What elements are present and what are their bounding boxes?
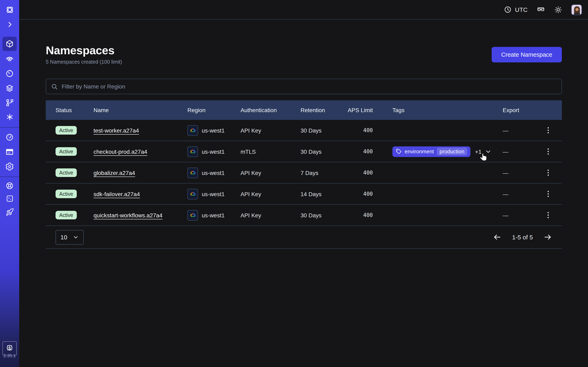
col-header-status[interactable]: Status: [56, 107, 94, 113]
filter-input[interactable]: [62, 83, 557, 90]
aps-limit-cell: 400: [347, 170, 373, 176]
aps-limit-cell: 400: [347, 191, 373, 197]
page-title: Namespaces: [46, 44, 114, 57]
theme-sun-icon[interactable]: [554, 6, 562, 14]
top-bar: UTC: [19, 0, 588, 20]
nexus-asterisk-icon[interactable]: [0, 110, 19, 124]
authentication-cell: API Key: [241, 212, 301, 218]
region-label: us-west1: [202, 148, 225, 155]
namespace-link[interactable]: globalizer.a27a4: [94, 169, 135, 176]
aps-limit-cell: 400: [347, 212, 373, 218]
clock-icon: [504, 6, 512, 13]
aps-limit-cell: 400: [347, 127, 373, 133]
aps-limit-cell: 400: [347, 149, 373, 155]
namespace-link[interactable]: test-worker.a27a4: [94, 127, 139, 133]
quickstart-rocket-icon[interactable]: [0, 205, 19, 219]
col-header-tags[interactable]: Tags: [373, 107, 503, 113]
schedules-timer-icon[interactable]: [0, 67, 19, 80]
monitoring-eye-icon[interactable]: [0, 51, 19, 65]
export-cell: —: [503, 212, 544, 218]
region-cell: us-west1: [187, 167, 241, 178]
table-row: Active quickstart-workflows.a27a4 us-wes…: [46, 205, 562, 226]
google-cloud-icon: [187, 125, 198, 136]
temporal-logo-icon[interactable]: [0, 3, 19, 17]
tag-value-label: production: [437, 148, 467, 155]
namespace-link[interactable]: quickstart-workflows.a27a4: [94, 212, 163, 218]
namespaces-table: Status Name Region Authentication Retent…: [46, 100, 562, 249]
google-cloud-icon: [187, 210, 198, 220]
authentication-cell: API Key: [241, 169, 301, 176]
labs-glasses-icon[interactable]: [536, 5, 545, 14]
row-menu-button[interactable]: [545, 168, 551, 177]
status-badge: Active: [56, 126, 77, 134]
page-size-select[interactable]: 10: [56, 230, 84, 244]
table-row: Active test-worker.a27a4 us-west1 API Ke…: [46, 120, 562, 141]
status-badge: Active: [56, 168, 77, 177]
support-lifebuoy-icon[interactable]: [0, 179, 19, 192]
next-page-arrow[interactable]: [544, 233, 552, 242]
region-label: us-west1: [202, 127, 225, 133]
namespaces-cube-icon[interactable]: [0, 37, 19, 50]
authentication-cell: API Key: [241, 127, 301, 133]
batch-layers-icon[interactable]: [0, 81, 19, 95]
pagination-row: 10 1-5 of 5: [46, 226, 562, 249]
region-cell: us-west1: [187, 125, 241, 136]
col-header-export[interactable]: Export: [503, 107, 544, 113]
sidebar-divider: [0, 176, 19, 177]
col-header-aps-limit[interactable]: APS Limit: [347, 107, 373, 113]
table-row: Active checkout-prod.a27a4 us-west1 mTLS…: [46, 141, 562, 162]
row-menu-button[interactable]: [545, 210, 551, 220]
row-menu-button[interactable]: [545, 189, 551, 199]
retention-cell: 30 Days: [301, 148, 347, 155]
expand-sidebar-chevron-icon[interactable]: [0, 17, 19, 31]
retention-cell: 14 Days: [301, 191, 347, 197]
app-viewport: 2.35.1 UTC Namespaces 5 Namespaces creat…: [0, 0, 588, 367]
filter-bar: [46, 79, 562, 94]
region-cell: us-west1: [187, 146, 241, 157]
region-label: us-west1: [202, 212, 225, 218]
col-header-region[interactable]: Region: [187, 107, 241, 113]
authentication-cell: API Key: [241, 191, 301, 197]
sidebar: 2.35.1: [0, 0, 19, 367]
create-namespace-button[interactable]: Create Namespace: [492, 47, 562, 62]
status-badge: Active: [56, 211, 77, 219]
table-row: Active globalizer.a27a4 us-west1 API Key…: [46, 162, 562, 184]
tag-icon: [396, 149, 402, 155]
timezone-selector[interactable]: UTC: [504, 6, 527, 13]
status-badge: Active: [56, 147, 77, 156]
getting-started-screen-icon[interactable]: [0, 192, 19, 206]
row-menu-button[interactable]: [545, 147, 551, 156]
google-cloud-icon: [187, 146, 198, 157]
timezone-label: UTC: [515, 6, 527, 13]
export-cell: —: [503, 191, 544, 197]
user-avatar[interactable]: [571, 4, 582, 15]
region-cell: us-west1: [187, 210, 241, 220]
col-header-authentication[interactable]: Authentication: [241, 107, 301, 113]
deployments-branch-icon[interactable]: [0, 96, 19, 110]
retention-cell: 30 Days: [301, 127, 347, 133]
google-cloud-icon: [187, 167, 198, 178]
google-cloud-icon: [187, 189, 198, 199]
usage-gauge-icon[interactable]: [0, 130, 19, 144]
region-cell: us-west1: [187, 189, 241, 199]
row-menu-button[interactable]: [545, 125, 551, 135]
app-version-label: 2.35.1: [0, 353, 19, 358]
settings-gear-icon[interactable]: [0, 159, 19, 173]
table-body: Active test-worker.a27a4 us-west1 API Ke…: [46, 120, 562, 226]
table-header-row: Status Name Region Authentication Retent…: [46, 100, 562, 120]
col-header-retention[interactable]: Retention: [301, 107, 347, 113]
namespace-link[interactable]: sdk-failover.a27a4: [94, 191, 140, 197]
chevron-down-icon[interactable]: [485, 148, 492, 155]
namespace-link[interactable]: checkout-prod.a27a4: [94, 148, 147, 155]
prev-page-arrow[interactable]: [493, 233, 502, 242]
col-header-name[interactable]: Name: [94, 107, 187, 113]
status-badge: Active: [56, 190, 77, 198]
tag-badge[interactable]: environment production: [392, 146, 471, 157]
tags-more-label: +1: [475, 148, 482, 155]
billing-card-icon[interactable]: [0, 145, 19, 159]
authentication-cell: mTLS: [241, 148, 301, 155]
chevron-down-icon: [73, 234, 79, 240]
export-cell: —: [503, 127, 544, 133]
retention-cell: 7 Days: [301, 169, 347, 176]
export-cell: —: [503, 169, 544, 176]
